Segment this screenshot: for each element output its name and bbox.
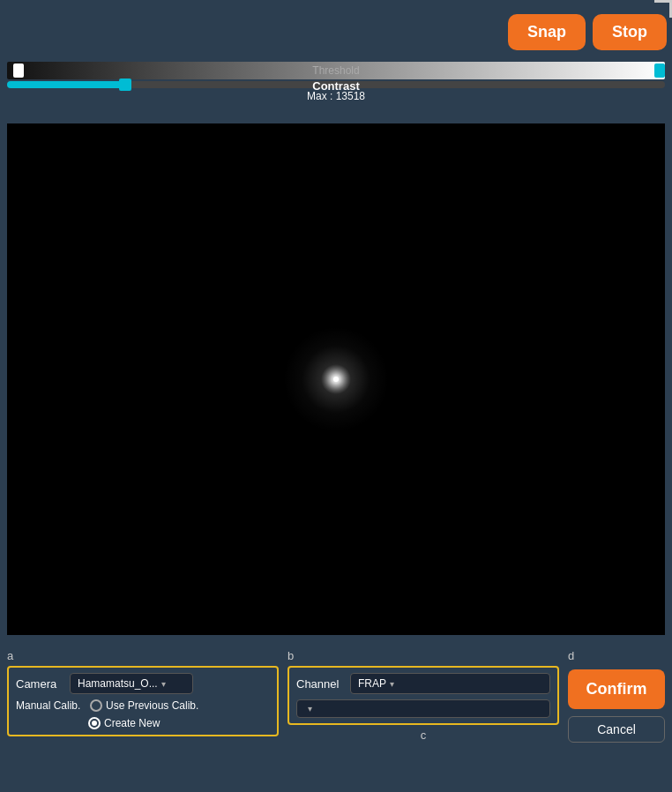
create-new-row: Create New (16, 717, 270, 729)
snap-button[interactable]: Snap (508, 14, 586, 50)
section-d-label: d (568, 649, 574, 662)
threshold-label: Threshold (312, 64, 359, 77)
channel-value: FRAP (358, 677, 386, 690)
section-b: b Channel FRAP ▾ ▾ c (287, 649, 559, 742)
section-a-box: Camera Hamamatsu_O... ▾ Manual Calib. Us… (7, 666, 279, 736)
contrast-row: Contrast (7, 81, 665, 88)
contrast-handle[interactable] (119, 78, 131, 91)
channel-select[interactable]: FRAP ▾ (350, 673, 550, 694)
cancel-button[interactable]: Cancel (568, 716, 665, 743)
section-b-box: Channel FRAP ▾ ▾ (287, 666, 559, 725)
camera-label: Camera (16, 677, 64, 691)
section-a-label: a (7, 649, 279, 662)
light-spot (283, 326, 389, 432)
second-dropdown-chevron-icon: ▾ (308, 704, 312, 714)
create-new-radio-circle (88, 717, 101, 729)
camera-row: Camera Hamamatsu_O... ▾ (16, 673, 270, 694)
section-a: a Camera Hamamatsu_O... ▾ Manual Calib. … (7, 649, 279, 736)
camera-select[interactable]: Hamamatsu_O... ▾ (70, 673, 193, 694)
contrast-slider-fill (7, 81, 125, 88)
channel-label: Channel (296, 677, 345, 691)
section-d: d Confirm Cancel (568, 649, 665, 743)
light-spot-core (333, 377, 339, 382)
section-b-label: b (287, 649, 559, 662)
threshold-bar[interactable]: Threshold (7, 62, 665, 79)
use-previous-label: Use Previous Calib. (106, 699, 198, 712)
camera-value: Hamamatsu_O... (78, 677, 158, 690)
bottom-controls: a Camera Hamamatsu_O... ▾ Manual Calib. … (0, 642, 672, 792)
stop-button[interactable]: Stop (593, 14, 667, 50)
threshold-handle-right[interactable] (654, 64, 665, 78)
create-new-radio[interactable]: Create New (88, 717, 160, 729)
camera-chevron-icon: ▾ (161, 679, 185, 689)
calib-row: Manual Calib. Use Previous Calib. (16, 699, 270, 712)
channel-chevron-icon: ▾ (390, 679, 394, 689)
controls-area: Threshold Contrast Max : 13518 (7, 62, 665, 102)
threshold-handle-left[interactable] (13, 64, 24, 78)
second-dropdown[interactable]: ▾ (296, 699, 550, 718)
create-new-label: Create New (104, 717, 160, 729)
calib-label: Manual Calib. (16, 699, 86, 712)
contrast-label: Contrast (312, 79, 359, 93)
use-previous-radio[interactable]: Use Previous Calib. (90, 699, 198, 712)
use-previous-radio-circle (90, 699, 102, 712)
top-buttons-container: Snap Stop (508, 14, 667, 50)
section-c-label: c (287, 728, 559, 742)
confirm-button[interactable]: Confirm (568, 669, 665, 709)
image-display (7, 123, 665, 635)
channel-row: Channel FRAP ▾ (296, 673, 550, 694)
